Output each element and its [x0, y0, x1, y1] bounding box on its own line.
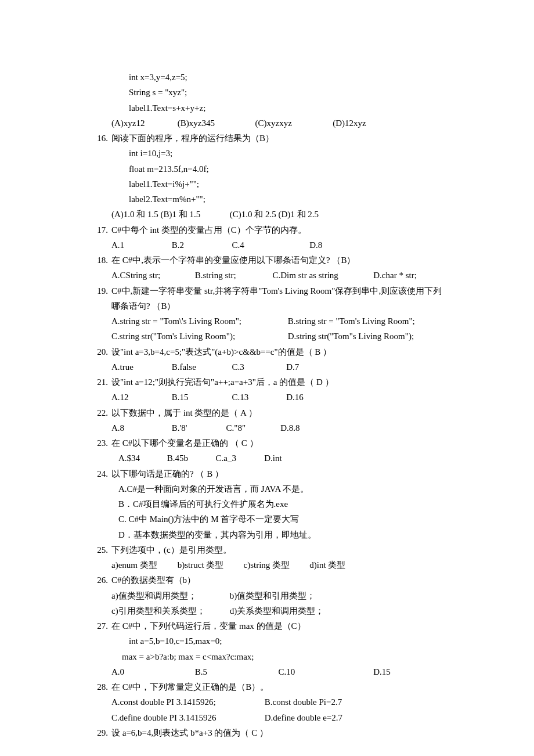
q28-stem: 在 C#中，下列常量定义正确的是（B）。	[111, 679, 447, 694]
q27-opt-c: C.10	[279, 664, 371, 679]
q19-options-row2: C.string str("Tom's Living Room"); D.str…	[111, 329, 447, 344]
q21-stem: 设"int a=12;"则执行完语句"a++;a=a+3"后，a 的值是（ D …	[111, 375, 447, 390]
code15-line2: String s = "xyz";	[129, 85, 447, 100]
q19-options-row1: A.string str = "Tom\'s Living Room"; B.s…	[111, 314, 447, 329]
q17-opt-d: D.8	[309, 237, 322, 253]
q19-opt-a: A.string str = "Tom\'s Living Room";	[111, 314, 286, 329]
q23-stem: 在 C#以下哪个变量名是正确的 （ C ）	[111, 435, 447, 451]
q22-opt-d: D.8.8	[280, 420, 300, 435]
q25-options: a)enum 类型 b)struct 类型 c)string 类型 d)int …	[111, 557, 447, 573]
q23-opt-d: D.int	[264, 451, 282, 466]
q21-opt-c: C.13	[232, 390, 284, 405]
q28-options-row1: A.const double PI 3.1415926; B.const dou…	[111, 694, 447, 710]
code16-line2: float m=213.5f,n=4.0f;	[129, 161, 447, 177]
q17-opt-b: B.2	[172, 237, 230, 253]
q16-num: 16.	[87, 131, 111, 146]
q24-stem: 以下哪句话是正确的? （ B ）	[111, 466, 447, 481]
q28: 28. 在 C#中，下列常量定义正确的是（B）。	[87, 679, 447, 694]
q21-opt-d: D.16	[286, 390, 304, 405]
q24-opt-a: A.C#是一种面向对象的开发语言，而 JAVA 不是。	[118, 481, 447, 496]
code16-line3: label1.Text=i%j+"";	[129, 177, 447, 192]
q26-opt-b: b)值类型和引用类型；	[230, 588, 316, 603]
q20-opt-b: B.false	[172, 359, 230, 375]
code15-line3: label1.Text=s+x+y+z;	[129, 100, 447, 116]
q18-opt-d: D.char * str;	[373, 268, 417, 283]
q16-opt-ab: (A)1.0 和 1.5 (B)1 和 1.5	[111, 207, 228, 222]
q17-opt-c: C.4	[232, 237, 308, 253]
q23-opt-b: B.45b	[167, 451, 214, 466]
q26-opt-d: d)关系类型和调用类型；	[230, 603, 324, 618]
q26-opt-a: a)值类型和调用类型；	[111, 588, 228, 603]
q26-stem: C#的数据类型有（b）	[111, 573, 447, 588]
q22-opt-a: A.8	[111, 420, 169, 435]
q27-opt-b: B.5	[195, 664, 276, 679]
q26-options-row1: a)值类型和调用类型； b)值类型和引用类型；	[111, 588, 447, 603]
q26: 26. C#的数据类型有（b）	[87, 573, 447, 588]
code27-line1: int a=5,b=10,c=15,max=0;	[129, 633, 447, 649]
q24-opt-b: B．C#项目编译后的可执行文件扩展名为.exe	[118, 496, 447, 512]
q22: 22. 以下数据中，属于 int 类型的是（ A ）	[87, 405, 447, 420]
q20-stem: 设"int a=3,b=4,c=5;"表达式"(a+b)>c&&b==c"的值是…	[111, 344, 447, 359]
q15-opt-d: (D)12xyz	[333, 116, 366, 131]
q20-opt-c: C.3	[232, 359, 284, 375]
q15-opt-c: (C)xyzxyz	[255, 116, 331, 131]
q23-opt-c: C.a_3	[216, 451, 262, 466]
q28-opt-a: A.const double PI 3.1415926;	[111, 694, 262, 710]
q28-opt-d: D.define double e=2.7	[265, 710, 342, 725]
q26-options-row2: c)引用类型和关系类型； d)关系类型和调用类型；	[111, 603, 447, 618]
q19-stem: C#中,新建一字符串变量 str,并将字符串"Tom's Living Room…	[111, 283, 447, 314]
q22-opt-b: B.'8'	[172, 420, 224, 435]
q18: 18. 在 C#中,表示一个字符串的变量应使用以下哪条语句定义? （B）	[87, 253, 447, 268]
q18-opt-b: B.string str;	[195, 268, 270, 283]
code27-line2: max = a>b?a:b; max = c<max?c:max;	[122, 649, 447, 664]
q23-options: A.$34 B.45b C.a_3 D.int	[118, 451, 447, 466]
q24-opt-d: D．基本数据类型的变量，其内容为引用，即地址。	[118, 527, 447, 542]
q16-opt-cd: (C)1.0 和 2.5 (D)1 和 2.5	[230, 207, 319, 222]
q21: 21. 设"int a=12;"则执行完语句"a++;a=a+3"后，a 的值是…	[87, 375, 447, 390]
q28-opt-b: B.const double Pi=2.7	[265, 694, 342, 710]
q27-stem: 在 C#中，下列代码运行后，变量 max 的值是（C）	[111, 618, 447, 633]
q29-stem: 设 a=6,b=4,则表达式 b*a+3 的值为（ C ）	[111, 725, 447, 740]
q18-opt-a: A.CString str;	[111, 268, 193, 283]
q17: 17. C#中每个 int 类型的变量占用（C）个字节的内存。	[87, 222, 447, 237]
q22-opt-c: C."8"	[226, 420, 279, 435]
q18-num: 18.	[87, 253, 111, 268]
q26-num: 26.	[87, 573, 111, 588]
q15-options: (A)xyz12 (B)xyz345 (C)xyzxyz (D)12xyz	[111, 116, 447, 131]
q27: 27. 在 C#中，下列代码运行后，变量 max 的值是（C）	[87, 618, 447, 633]
q18-opt-c: C.Dim str as string	[273, 268, 371, 283]
q25-opt-b: b)struct 类型	[178, 557, 241, 573]
q15-opt-b: (B)xyz345	[178, 116, 253, 131]
code15-line1: int x=3,y=4,z=5;	[129, 70, 447, 85]
q25-num: 25.	[87, 542, 111, 557]
q16-stem: 阅读下面的程序，程序的运行结果为（B）	[111, 131, 447, 146]
q16-options: (A)1.0 和 1.5 (B)1 和 1.5 (C)1.0 和 2.5 (D)…	[111, 207, 447, 222]
q17-opt-a: A.1	[111, 237, 169, 253]
q29-num: 29.	[87, 725, 111, 740]
q28-num: 28.	[87, 679, 111, 694]
code16-line4: label2.Text=m%n+"";	[129, 192, 447, 207]
q21-options: A.12 B.15 C.13 D.16	[111, 390, 447, 405]
q24: 24. 以下哪句话是正确的? （ B ）	[87, 466, 447, 481]
q29: 29. 设 a=6,b=4,则表达式 b*a+3 的值为（ C ）	[87, 725, 447, 740]
q20-opt-d: D.7	[286, 359, 299, 375]
q23-opt-a: A.$34	[118, 451, 165, 466]
q19-num: 19.	[87, 283, 111, 314]
q25-stem: 下列选项中，(c）是引用类型。	[111, 542, 447, 557]
q28-options-row2: C.define double PI 3.1415926 D.define do…	[111, 710, 447, 725]
q27-opt-a: A.0	[111, 664, 193, 679]
q27-options: A.0 B.5 C.10 D.15	[111, 664, 447, 679]
q25-opt-a: a)enum 类型	[111, 557, 175, 573]
q19-opt-d: D.string str("Tom"s Living Room");	[288, 329, 414, 344]
q18-stem: 在 C#中,表示一个字符串的变量应使用以下哪条语句定义? （B）	[111, 253, 447, 268]
q18-options: A.CString str; B.string str; C.Dim str a…	[111, 268, 447, 283]
q23-num: 23.	[87, 435, 111, 451]
q25: 25. 下列选项中，(c）是引用类型。	[87, 542, 447, 557]
q25-opt-c: c)string 类型	[244, 557, 308, 573]
code16-line1: int i=10,j=3;	[129, 146, 447, 161]
q17-stem: C#中每个 int 类型的变量占用（C）个字节的内存。	[111, 222, 447, 237]
q27-num: 27.	[87, 618, 111, 633]
q25-opt-d: d)int 类型	[309, 557, 345, 573]
q19-opt-c: C.string str("Tom's Living Room");	[111, 329, 286, 344]
q20-num: 20.	[87, 344, 111, 359]
